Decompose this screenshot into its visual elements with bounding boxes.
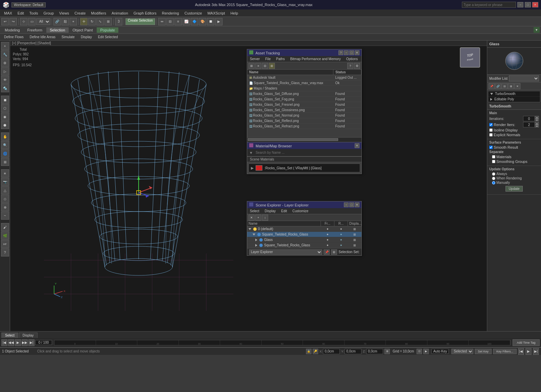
menu-group[interactable]: Group (41, 10, 57, 16)
key-filters-btn[interactable]: Key Filters... (493, 349, 517, 354)
ts-render-spinner[interactable]: ▲ ▼ (523, 122, 539, 127)
ts-materials-check[interactable] (492, 155, 495, 158)
helper-button[interactable]: ⊕ (1, 203, 9, 211)
prev-key-btn[interactable]: ◀◀ (8, 339, 14, 346)
tab-object-paint[interactable]: Object Paint (69, 27, 96, 33)
subtab-simulate[interactable]: Simulate (59, 35, 77, 39)
key-btn[interactable]: 🔑 (313, 349, 318, 354)
undo-button[interactable]: ↩ (1, 18, 9, 25)
scrollbar-thumb[interactable] (248, 138, 338, 141)
geometry-button[interactable]: △ (1, 186, 9, 194)
modify-panel-button[interactable]: 🔧 (1, 50, 9, 58)
ts-when-rendering-radio[interactable]: When Rendering (492, 176, 539, 180)
set-key-btn[interactable]: Set Key (475, 349, 492, 354)
subtab-define-idle[interactable]: Define Idle Areas (27, 35, 58, 39)
tab-selection[interactable]: Selection (46, 27, 68, 33)
ts-smoothgroups-check[interactable] (492, 160, 495, 163)
ts-when-rendering-input[interactable] (492, 177, 495, 180)
question-button[interactable]: ? (1, 248, 9, 256)
asset-panel-help[interactable]: ? (338, 50, 343, 55)
menu-modifiers[interactable]: Modifiers (88, 10, 109, 16)
ts-render-checkbox[interactable]: Render Iters: (489, 123, 515, 127)
material-panel-header[interactable]: Material/Map Browser ✕ (247, 142, 361, 149)
rt-pin-btn[interactable]: 📌 (489, 83, 495, 89)
asset-menu-options[interactable]: Options (345, 57, 359, 61)
ts-iterations-input[interactable] (523, 116, 535, 121)
orbit-button[interactable]: 🌀 (1, 149, 9, 157)
scene-sort-btn[interactable]: ↕ (262, 215, 268, 221)
utilities-panel-button[interactable]: 🔩 (1, 84, 9, 92)
create-selection-button[interactable]: Create Selection (125, 18, 155, 25)
tab-populate[interactable]: Populate (97, 27, 118, 33)
ts-explicit-check[interactable] (489, 133, 493, 137)
menu-tools[interactable]: Tools (27, 10, 41, 16)
lock-btn[interactable]: 🔒 (306, 349, 311, 354)
subtab-edit-selected[interactable]: Edit Selected (95, 35, 121, 39)
workspace-dropdown[interactable]: Workspace: Default (11, 2, 46, 7)
rotate-button[interactable]: ↻ (88, 18, 96, 25)
hf-button[interactable]: HF (1, 240, 9, 248)
table-row[interactable]: 🖼Rocks_Glass_Set_Reflect.png Found (247, 118, 361, 124)
asset-scrollbar-horizontal[interactable] (247, 137, 361, 141)
scene-menu-customize[interactable]: Customize (291, 209, 310, 213)
scene-row[interactable]: Square_Twisted_Rocks_Glass ✦ ✦ ⊞ (247, 232, 361, 237)
tab-modeling[interactable]: Modeling (1, 27, 23, 33)
timeline-track[interactable]: 0 10 20 30 40 50 60 70 80 90 100 (54, 340, 511, 345)
table-row[interactable]: 🖼Rocks_Glass_Set_Fresnel.png Found (247, 102, 361, 107)
ts-always-input[interactable] (492, 172, 495, 176)
scene-row[interactable]: 0 (default) ✦ ✦ ⊞ (247, 226, 361, 232)
asset-view-btn3[interactable]: ⊟ (262, 63, 268, 69)
scene-panel-header[interactable]: Scene Explorer - Layer Explorer − □ ✕ (247, 201, 361, 208)
btab-select[interactable]: Select (1, 333, 18, 338)
ts-update-button[interactable]: Update (505, 186, 522, 192)
z-value[interactable]: 0,0cm (366, 349, 383, 354)
add-time-tag-btn[interactable]: Add Time Tag (513, 339, 540, 346)
table-row[interactable]: 📄Square_Twisted_Rocks_Glass_max_vray.max… (247, 80, 361, 86)
table-row[interactable]: 🖼Rocks_Glass_Set_Fog.png Found (247, 97, 361, 102)
table-row[interactable]: 📁Maps / Shaders (247, 86, 361, 91)
menu-max[interactable]: MAX (1, 10, 15, 16)
zoom-region-button[interactable]: ⊞ (1, 158, 9, 166)
select-region-button[interactable]: ▭ (28, 18, 36, 25)
scale-button[interactable]: ⤡ (96, 18, 104, 25)
selected-dropdown[interactable]: Selected (451, 349, 473, 354)
motion-panel-button[interactable]: ▷ (1, 67, 9, 75)
asset-panel-header[interactable]: Asset Tracking ? − □ ✕ (247, 49, 361, 56)
subtab-display[interactable]: Display (78, 35, 95, 39)
rt-delete-btn[interactable]: ✕ (514, 83, 520, 89)
pan-button[interactable]: ✋ (1, 132, 9, 141)
menu-views[interactable]: Views (56, 10, 72, 16)
asset-view-btn4[interactable]: ⊞ (269, 63, 275, 69)
menu-edit[interactable]: Edit (15, 10, 27, 16)
asset-help-btn[interactable]: ? (347, 63, 353, 69)
table-row[interactable]: 🏛Autodesk Vault Logged Out ... (247, 75, 361, 80)
ts-manually-radio[interactable]: Manually (492, 181, 539, 185)
modifier-item-editable-poly[interactable]: Editable Poly (488, 97, 540, 102)
scene-filter-btn[interactable]: ⊞ (331, 249, 337, 255)
play-btn[interactable]: ▶ (15, 339, 21, 346)
time-tag-btn[interactable]: ⊡ (417, 349, 422, 354)
ts-always-radio[interactable]: Always (492, 172, 539, 176)
search-input[interactable] (462, 2, 516, 8)
material-editor-button[interactable]: 🎨 (199, 18, 206, 25)
asset-panel-close[interactable]: ✕ (355, 50, 359, 55)
scene-menu-display[interactable]: Display (263, 209, 277, 213)
viewport-smooth-button[interactable]: ◉ (1, 113, 9, 121)
playback-btn[interactable]: ▶ (423, 349, 429, 354)
shape-button[interactable]: ◇ (1, 195, 9, 203)
paint-button[interactable]: 🖌 (1, 223, 9, 231)
select-mode-dropdown[interactable]: All (36, 18, 50, 25)
scene-row[interactable]: Square_Twisted_Rocks_Glass ✦ ✦ ⊞ (247, 243, 361, 248)
menu-rendering[interactable]: Rendering (159, 10, 182, 16)
cube-face[interactable]: TOP Front (460, 47, 480, 68)
asset-panel-minimize[interactable]: − (344, 50, 349, 55)
btab-display[interactable]: Display (19, 333, 38, 338)
asset-view-btn2[interactable]: ≡ (255, 63, 261, 69)
statusbar-play-btn[interactable]: ▶ (525, 348, 532, 355)
rt-add-btn[interactable]: ⊞ (508, 83, 514, 89)
grid-btn[interactable]: ⊞ (384, 349, 390, 354)
y-value[interactable]: 0,0cm (345, 349, 361, 354)
prev-frame-btn[interactable]: |◀ (1, 339, 7, 346)
tab-freeform[interactable]: Freeform (24, 27, 46, 33)
asset-menu-paths[interactable]: Paths (275, 57, 286, 61)
